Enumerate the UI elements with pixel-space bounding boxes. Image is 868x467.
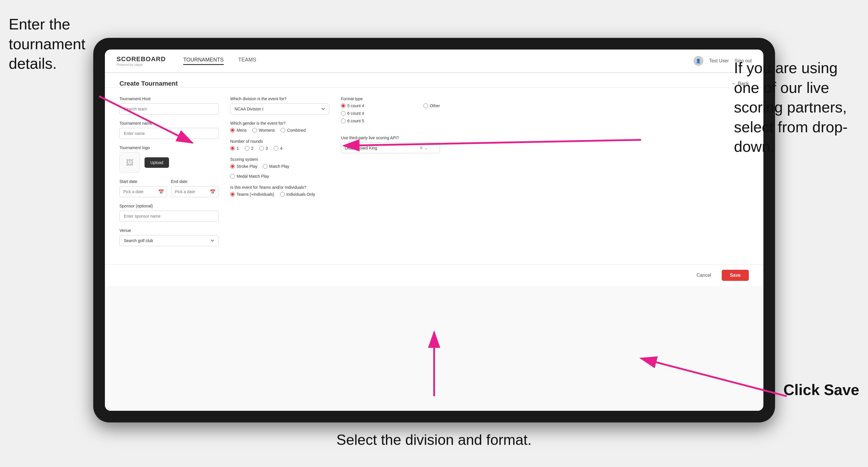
end-date-wrap: 📅: [171, 186, 219, 197]
scoring-stroke[interactable]: Stroke Play: [230, 164, 257, 169]
teams-plus-individuals-radio[interactable]: [230, 192, 235, 197]
host-group: Tournament Host: [120, 96, 219, 115]
user-name: Test User: [709, 58, 729, 63]
tablet-frame: SCOREBOARD Powered by clippit TOURNAMENT…: [93, 38, 775, 423]
form-col-1: Tournament Host Tournament name Tourname…: [120, 96, 219, 253]
round-2[interactable]: 2: [245, 146, 253, 151]
division-group: Which division is the event for? NCAA Di…: [230, 96, 329, 115]
teams-plus-individuals[interactable]: Teams (+Individuals): [230, 192, 274, 197]
annotation-bottom-right: Click Save: [783, 380, 859, 400]
venue-label: Venue: [120, 228, 219, 233]
gender-womens-radio[interactable]: [252, 128, 257, 132]
division-label: Which division is the event for?: [230, 96, 329, 101]
scoring-medal-label: Medal Match Play: [237, 174, 269, 179]
rounds-group: Number of rounds 1 2: [230, 139, 329, 151]
individuals-only-radio[interactable]: [280, 192, 285, 197]
nav-logo: SCOREBOARD Powered by clippit: [117, 55, 166, 66]
annotation-top-right: If you are using one of our live scoring…: [734, 58, 856, 157]
date-row: Start date 📅 End date 📅: [120, 179, 219, 197]
format-other-label: Other: [430, 103, 440, 108]
nav-links: TOURNAMENTS TEAMS: [183, 57, 693, 65]
annotation-top-left: Enter the tournament details.: [9, 14, 111, 74]
annotation-bottom-center: Select the division and format.: [337, 431, 532, 449]
gender-womens[interactable]: Womens: [252, 128, 275, 132]
round-1-radio[interactable]: [230, 146, 235, 151]
form-col-3: Format type 5 count 4: [341, 96, 440, 253]
format-other[interactable]: Other: [423, 103, 440, 108]
nav-link-teams[interactable]: TEAMS: [238, 57, 256, 65]
scoring-match-radio[interactable]: [263, 164, 268, 169]
api-clear-button[interactable]: ✕ ⌄: [419, 145, 428, 151]
teams-label: Is this event for Teams and/or Individua…: [230, 185, 329, 190]
start-date-label: Start date: [120, 179, 167, 184]
gender-combined-radio[interactable]: [281, 128, 285, 132]
gender-combined[interactable]: Combined: [281, 128, 306, 132]
start-date-col: Start date 📅: [120, 179, 167, 197]
round-3-radio[interactable]: [259, 146, 264, 151]
form-footer: Cancel Save: [105, 264, 764, 286]
form-area: Tournament Host Tournament name Tourname…: [105, 88, 764, 264]
format-6count4[interactable]: 6 count 4: [341, 111, 364, 116]
tablet-screen: SCOREBOARD Powered by clippit TOURNAMENT…: [105, 50, 764, 411]
scoring-group: Scoring system Stroke Play Match Play: [230, 157, 329, 179]
format-row-1: 5 count 4 Other: [341, 103, 440, 108]
individuals-only[interactable]: Individuals Only: [280, 192, 315, 197]
sponsor-input[interactable]: [120, 211, 219, 222]
upload-button[interactable]: Upload: [145, 157, 169, 168]
name-input[interactable]: [120, 128, 219, 139]
gender-label: Which gender is the event for?: [230, 121, 329, 126]
round-4[interactable]: 4: [274, 146, 282, 151]
nav-bar: SCOREBOARD Powered by clippit TOURNAMENT…: [105, 50, 764, 73]
logo-placeholder: 🖼: [120, 152, 140, 173]
format-6count5-radio[interactable]: [341, 119, 346, 123]
cancel-button[interactable]: Cancel: [691, 270, 717, 281]
round-3-label: 3: [266, 146, 268, 151]
end-date-label: End date: [171, 179, 219, 184]
teams-group: Is this event for Teams and/or Individua…: [230, 185, 329, 197]
api-value: Leaderboard King: [345, 146, 377, 150]
round-1[interactable]: 1: [230, 146, 239, 151]
scoring-stroke-radio[interactable]: [230, 164, 235, 169]
logo-group: Tournament logo 🖼 Upload: [120, 145, 219, 173]
format-5count4-radio[interactable]: [341, 103, 346, 108]
rounds-radio-group: 1 2 3 4: [230, 146, 329, 151]
gender-group: Which gender is the event for? Mens Wome…: [230, 121, 329, 132]
format-other-radio[interactable]: [423, 103, 428, 108]
format-6count4-radio[interactable]: [341, 111, 346, 116]
venue-select[interactable]: Search golf club: [120, 235, 219, 246]
teams-plus-individuals-label: Teams (+Individuals): [237, 192, 274, 197]
format-row-3: 6 count 5: [341, 119, 440, 123]
format-5count4[interactable]: 5 count 4: [341, 103, 364, 108]
division-select[interactable]: NCAA Division I NCAA Division II NAIA Ot…: [230, 103, 329, 115]
format-group: Format type 5 count 4: [341, 96, 440, 123]
format-left-1: 5 count 4: [341, 103, 364, 108]
scoring-label: Scoring system: [230, 157, 329, 162]
host-input[interactable]: [120, 103, 219, 115]
gender-mens[interactable]: Mens: [230, 128, 247, 132]
end-date-col: End date 📅: [171, 179, 219, 197]
sponsor-group: Sponsor (optional): [120, 204, 219, 222]
name-label: Tournament name: [120, 121, 219, 126]
individuals-only-label: Individuals Only: [286, 192, 315, 197]
scoring-medal[interactable]: Medal Match Play: [230, 174, 269, 179]
round-3[interactable]: 3: [259, 146, 268, 151]
gender-mens-radio[interactable]: [230, 128, 235, 132]
nav-link-tournaments[interactable]: TOURNAMENTS: [183, 57, 224, 65]
page-title: Create Tournament: [120, 80, 178, 87]
avatar: 👤: [693, 56, 703, 66]
save-button[interactable]: Save: [722, 270, 749, 281]
gender-combined-label: Combined: [287, 128, 306, 132]
format-6count5[interactable]: 6 count 5: [341, 119, 364, 123]
round-4-radio[interactable]: [274, 146, 278, 151]
scoring-match-label: Match Play: [269, 164, 289, 169]
date-group: Start date 📅 End date 📅: [120, 179, 219, 197]
host-label: Tournament Host: [120, 96, 219, 101]
round-2-radio[interactable]: [245, 146, 249, 151]
scoring-stroke-label: Stroke Play: [237, 164, 257, 169]
api-label: Use third-party live scoring API?: [341, 135, 440, 140]
scoring-medal-radio[interactable]: [230, 174, 235, 179]
start-date-icon: 📅: [158, 189, 164, 195]
rounds-label: Number of rounds: [230, 139, 329, 144]
name-group: Tournament name: [120, 121, 219, 139]
scoring-match[interactable]: Match Play: [263, 164, 289, 169]
